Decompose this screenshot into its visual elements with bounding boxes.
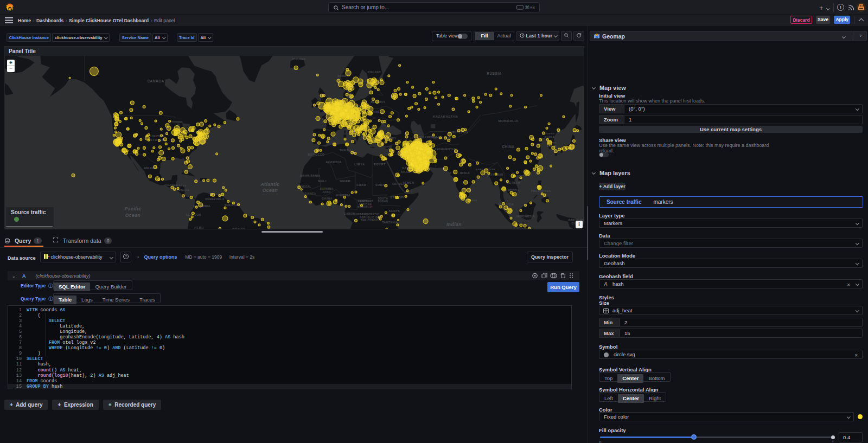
svg-text:YEMEN: YEMEN [403, 181, 414, 184]
svg-text:THE CONGO: THE CONGO [361, 219, 378, 222]
svg-text:PERU: PERU [194, 226, 204, 229]
svg-text:TUNISIA: TUNISIA [340, 149, 352, 152]
svg-text:CHAD: CHAD [356, 183, 366, 187]
svg-text:NICARAGUA: NICARAGUA [174, 189, 190, 191]
svg-text:MONGOLIA: MONGOLIA [499, 119, 519, 123]
svg-text:BURKINA: BURKINA [320, 188, 334, 190]
svg-text:CHINA: CHINA [502, 145, 514, 149]
svg-text:MALI: MALI [318, 179, 327, 183]
svg-text:KOREA: KOREA [545, 136, 555, 138]
svg-text:CAMEROON: CAMEROON [358, 200, 374, 202]
svg-text:NIGERIA: NIGERIA [336, 194, 351, 197]
svg-text:KENYA: KENYA [389, 209, 400, 213]
svg-text:MOROCCO: MOROCCO [308, 153, 324, 156]
svg-text:Ocean: Ocean [263, 188, 278, 193]
svg-text:KAZAKHSTAN: KAZAKHSTAN [433, 115, 458, 118]
svg-text:Indian: Indian [446, 222, 462, 227]
svg-text:MAURITANIA: MAURITANIA [300, 174, 320, 177]
svg-text:SUDAN: SUDAN [378, 200, 388, 203]
svg-text:INDONESIA: INDONESIA [516, 215, 535, 218]
svg-text:ALGERIA: ALGERIA [326, 160, 342, 164]
svg-text:BRAZIL: BRAZIL [232, 227, 246, 229]
svg-text:NORTH: NORTH [545, 132, 554, 135]
svg-text:RUSSIA: RUSSIA [487, 72, 502, 75]
svg-text:EGYPT: EGYPT [374, 163, 386, 166]
svg-text:FINLAND: FINLAND [368, 71, 381, 74]
svg-text:GHANA: GHANA [322, 197, 333, 200]
svg-text:TURKMENISTAN: TURKMENISTAN [419, 136, 442, 139]
svg-text:STATES: STATES [150, 138, 164, 142]
svg-text:Pacific: Pacific [125, 206, 142, 211]
svg-text:REPUBLIC: REPUBLIC [358, 206, 373, 209]
svg-text:FASO: FASO [323, 191, 331, 194]
svg-text:LIBYA: LIBYA [354, 163, 365, 166]
svg-text:TANZANIA: TANZANIA [382, 221, 398, 224]
svg-text:CONGO: CONGO [354, 213, 364, 215]
svg-text:INDIA: INDIA [460, 171, 470, 175]
svg-text:AFGHANISTAN: AFGHANISTAN [435, 148, 456, 151]
svg-text:VENEZUELA: VENEZUELA [205, 197, 225, 201]
svg-text:NIGER: NIGER [340, 179, 350, 183]
svg-text:PHILIPPINES: PHILIPPINES [531, 189, 551, 192]
svg-text:ICELAND: ICELAND [292, 58, 305, 61]
svg-text:Ocean: Ocean [125, 213, 141, 218]
svg-text:GUINEA: GUINEA [304, 192, 316, 195]
svg-text:Atlantic: Atlantic [260, 182, 279, 187]
svg-text:CANADA: CANADA [147, 79, 164, 83]
